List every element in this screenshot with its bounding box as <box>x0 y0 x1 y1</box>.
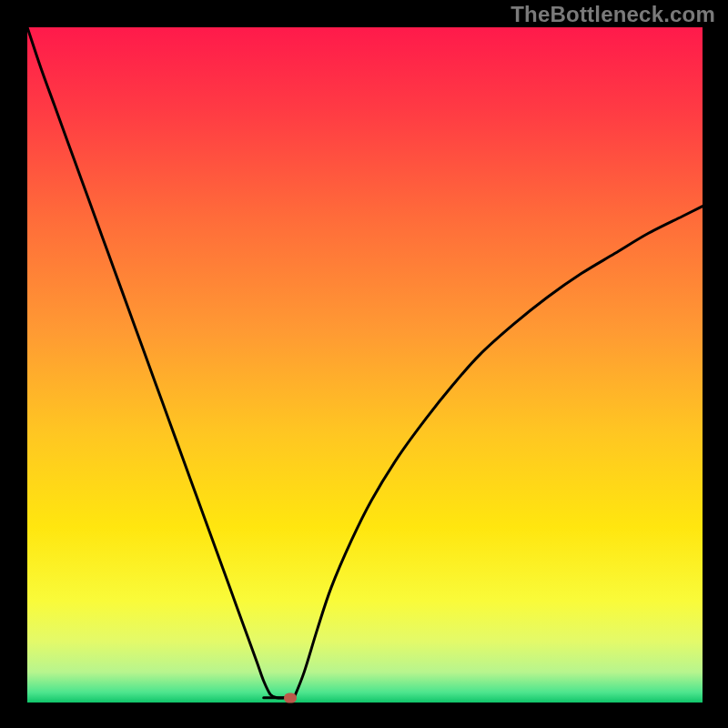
chart-frame: TheBottleneck.com <box>0 0 728 728</box>
chart-plot-area <box>27 27 703 703</box>
optimum-marker <box>284 693 297 703</box>
watermark-text: TheBottleneck.com <box>511 2 715 27</box>
chart-background-gradient <box>27 27 703 703</box>
